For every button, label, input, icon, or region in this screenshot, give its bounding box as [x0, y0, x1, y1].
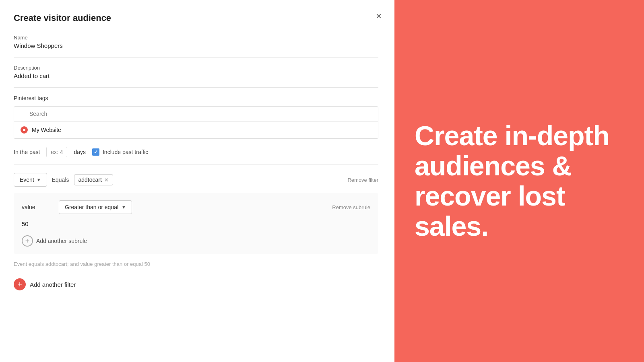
filter-row: Event ▼ Equals addtocart ✕ Remove filter — [14, 173, 378, 187]
divider-1 — [14, 57, 378, 58]
equals-text: Equals — [52, 177, 69, 183]
add-filter-plus-icon: + — [14, 278, 26, 290]
close-button[interactable]: × — [376, 11, 382, 21]
divider-3 — [14, 165, 378, 165]
radio-my-website[interactable] — [21, 126, 28, 134]
include-past-traffic-wrapper[interactable]: Include past traffic — [92, 148, 148, 156]
add-subrule-button[interactable]: + Add another subrule — [22, 235, 87, 247]
name-value: Window Shoppers — [14, 42, 378, 49]
tag-close-icon[interactable]: ✕ — [104, 177, 109, 183]
search-input[interactable] — [14, 106, 378, 121]
promo-text: Create in-depth audiences & recover lost… — [415, 121, 624, 241]
past-traffic-row: In the past days Include past traffic — [14, 147, 378, 157]
modal-panel: × Create visitor audience Name Window Sh… — [0, 0, 394, 362]
operator-label: Greater than or equal — [65, 204, 118, 210]
operator-dropdown[interactable]: Greater than or equal ▼ — [59, 200, 132, 214]
event-dropdown-button[interactable]: Event ▼ — [14, 173, 47, 187]
plus-circle-icon: + — [22, 235, 33, 247]
days-input[interactable] — [46, 147, 67, 157]
subrule-section: value Greater than or equal ▼ Remove sub… — [14, 193, 378, 254]
tag-value: addtocart — [78, 177, 102, 183]
add-filter-button[interactable]: + Add another filter — [14, 278, 76, 290]
tag-pill: addtocart ✕ — [74, 174, 113, 185]
chevron-down-icon: ▼ — [37, 177, 41, 182]
operator-chevron-icon: ▼ — [122, 205, 126, 210]
name-label: Name — [14, 35, 378, 41]
description-label: Description — [14, 65, 378, 71]
include-past-traffic-checkbox[interactable] — [92, 148, 99, 156]
add-subrule-label: Add another subrule — [36, 238, 87, 244]
value-label: value — [22, 204, 54, 210]
days-suffix: days — [74, 149, 86, 155]
pinterest-tags-label: Pinterest tags — [14, 95, 378, 101]
remove-subrule-button[interactable]: Remove subrule — [332, 204, 370, 210]
radio-option-box[interactable]: My Website — [14, 121, 378, 139]
description-value: Added to cart — [14, 72, 378, 79]
summary-text: Event equals addtocart; and value greate… — [14, 261, 378, 267]
event-label: Event — [20, 177, 34, 183]
divider-2 — [14, 87, 378, 88]
add-filter-label: Add another filter — [30, 281, 76, 288]
include-past-traffic-label: Include past traffic — [103, 149, 148, 155]
radio-my-website-label: My Website — [32, 127, 61, 133]
subrule-number-value: 50 — [22, 220, 370, 227]
modal-title: Create visitor audience — [14, 13, 378, 23]
subrule-row: value Greater than or equal ▼ Remove sub… — [22, 200, 370, 214]
right-panel: Create in-depth audiences & recover lost… — [394, 0, 644, 362]
remove-filter-button[interactable]: Remove filter — [347, 177, 378, 183]
search-wrapper: 🔍 — [14, 106, 378, 121]
in-the-past-label: In the past — [14, 149, 40, 155]
